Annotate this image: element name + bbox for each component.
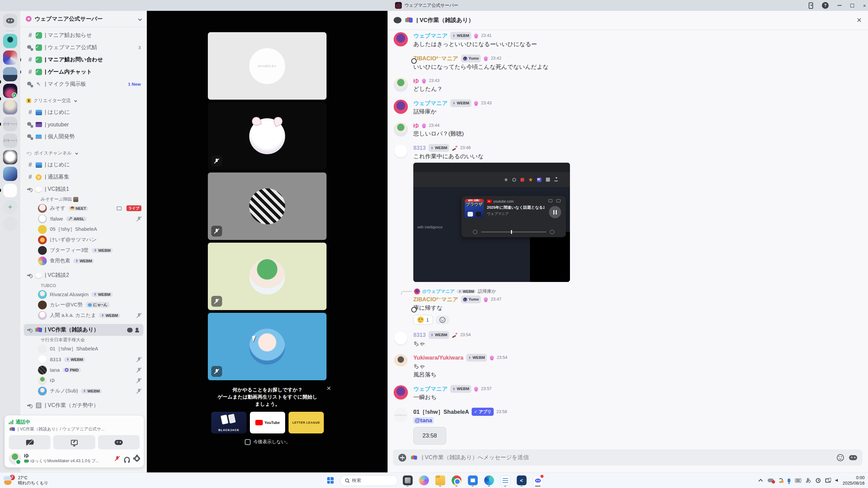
channel-indie-dev[interactable]: | 個人開発勢 bbox=[24, 131, 143, 143]
tray-expand-icon[interactable] bbox=[758, 479, 763, 483]
chat-message[interactable]: @ウェブマニアWEBM話帰庫か ZIBAClO²⁻マニアYume23:47 庫に… bbox=[388, 288, 868, 325]
taskbar-search[interactable]: 検索 bbox=[340, 475, 398, 486]
avatar[interactable] bbox=[394, 385, 408, 400]
voice-member[interactable]: 8313WEBM bbox=[20, 354, 147, 365]
taskbar-app-notepad[interactable] bbox=[499, 474, 512, 487]
author-name[interactable]: ZIBAClO²⁻マニア bbox=[413, 55, 458, 62]
server-icon[interactable] bbox=[3, 150, 17, 164]
server-icon[interactable] bbox=[3, 84, 17, 98]
mic-tray-icon[interactable] bbox=[788, 479, 790, 483]
taskbar-app-explorer[interactable] bbox=[434, 474, 447, 487]
voice-channel-vc-work-selected[interactable]: | VC作業（雑談あり） bbox=[24, 324, 143, 336]
headphones-button[interactable] bbox=[124, 457, 130, 462]
discord-home-button[interactable] bbox=[3, 14, 17, 28]
chat-message[interactable]: SHABELEA 01［!shw］ShabeleA✓アプリ23:58 @tana… bbox=[388, 407, 868, 445]
explore-servers-button[interactable] bbox=[3, 217, 17, 231]
category-voice[interactable]: ボイスチャンネル bbox=[24, 148, 143, 158]
voice-member[interactable]: 01［!shw］ShabeleA bbox=[20, 344, 147, 354]
category-creator[interactable]: クリエイター交流 bbox=[24, 96, 143, 106]
taskbar-app-copilot[interactable] bbox=[417, 474, 430, 487]
voice-member[interactable]: カレー@VC勢にゃ~ん bbox=[20, 300, 147, 310]
voice-member[interactable]: ゆ bbox=[20, 375, 147, 386]
video-tile[interactable] bbox=[208, 243, 327, 310]
channel-minecraft-board[interactable]: ↖| マイクラ掲示板1 New bbox=[24, 78, 143, 90]
channel-youtuber[interactable]: | youtuber bbox=[24, 119, 143, 130]
settings-gear-button[interactable] bbox=[134, 456, 140, 461]
chat-message[interactable]: 8313WEBM23:54 ちゃ bbox=[388, 330, 868, 348]
minimize-button[interactable] bbox=[837, 5, 842, 6]
close-icon[interactable]: ✕ bbox=[327, 385, 331, 392]
mic-mute-button[interactable] bbox=[115, 455, 120, 462]
voice-channel-vc-work2[interactable]: | VC作業（ガチ勢中） bbox=[24, 400, 143, 411]
server-icon[interactable] bbox=[3, 100, 17, 115]
author-name[interactable]: ゆ bbox=[413, 77, 419, 84]
author-name[interactable]: 8313 bbox=[413, 331, 426, 339]
cast-device-icon[interactable] bbox=[825, 479, 831, 483]
user-avatar[interactable] bbox=[9, 452, 21, 465]
author-name[interactable]: ウェブマニア bbox=[413, 385, 448, 392]
server-header[interactable]: ウェブマニア公式サーバー bbox=[20, 11, 147, 27]
add-server-button[interactable]: + bbox=[3, 200, 17, 214]
attach-plus-button[interactable] bbox=[398, 454, 406, 462]
server-icon[interactable]: のサーバ bbox=[3, 134, 17, 148]
taskbar-app-store[interactable] bbox=[466, 474, 479, 487]
focus-clock-icon[interactable] bbox=[816, 478, 821, 483]
taskbar-clock[interactable]: 0:002025/08/16 bbox=[843, 475, 865, 486]
ime-indicator[interactable]: あ bbox=[806, 477, 811, 484]
taskbar-app-discord[interactable] bbox=[531, 474, 544, 487]
chat-message[interactable]: ゆ23:44 悲しいロバ？(難聴) bbox=[388, 121, 868, 138]
sync-icon[interactable] bbox=[778, 478, 783, 483]
activity-thumbnail-blackjack[interactable]: BLACKJACK bbox=[211, 412, 246, 433]
avatar[interactable] bbox=[394, 144, 408, 159]
start-button[interactable] bbox=[324, 474, 337, 487]
taskbar-app-code[interactable]: < bbox=[515, 474, 528, 487]
avatar[interactable] bbox=[394, 331, 408, 346]
server-icon[interactable] bbox=[3, 183, 17, 198]
avatar[interactable] bbox=[394, 354, 408, 368]
voice-member[interactable]: ブターフィー3世WEBM bbox=[20, 245, 147, 256]
touch-keyboard-icon[interactable] bbox=[795, 479, 801, 483]
author-name[interactable]: 01［!shw］ShabeleA bbox=[413, 408, 469, 415]
camera-button[interactable] bbox=[9, 435, 51, 449]
weather-widget[interactable]: 7 27°C晴れのちくもり bbox=[3, 475, 48, 486]
activities-button[interactable] bbox=[98, 435, 140, 449]
channel-hajimeni-1[interactable]: #| はじめに bbox=[24, 106, 143, 118]
voice-member[interactable]: !falweARSL bbox=[20, 214, 147, 224]
avatar[interactable] bbox=[394, 32, 408, 46]
chat-message[interactable]: 8313WEBM23:46 これ作業中にあるのいいな W with intell… bbox=[388, 143, 868, 283]
members-icon[interactable] bbox=[135, 328, 141, 332]
avatar[interactable] bbox=[394, 78, 408, 92]
update-icon[interactable] bbox=[809, 2, 813, 9]
reply-reference[interactable]: @ウェブマニアWEBM話帰庫か bbox=[414, 288, 861, 294]
close-chat-icon[interactable]: ✕ bbox=[856, 16, 862, 24]
channel-hajimeni-2[interactable]: #| はじめに bbox=[24, 159, 143, 171]
emoji-picker-button[interactable] bbox=[837, 454, 844, 461]
video-tile[interactable] bbox=[208, 172, 327, 240]
channel-inquiry[interactable]: #✓| マニア鯖お問い合わせ bbox=[24, 54, 143, 66]
channel-ingame-chat[interactable]: #✓| ゲーム内チャット bbox=[24, 66, 143, 78]
voice-channel-vc1[interactable]: | VC雑談1 bbox=[24, 183, 143, 195]
channel-mania-news[interactable]: #✓| マニア鯖お知らせ bbox=[24, 29, 143, 41]
video-tile[interactable] bbox=[208, 102, 327, 170]
message-input[interactable]: | VC作業（雑談あり）へメッセージを送信 bbox=[393, 449, 863, 466]
chat-message[interactable]: ゆ23:43 どしたん？ bbox=[388, 77, 868, 94]
taskbar-app-photos[interactable] bbox=[401, 474, 414, 487]
chat-message[interactable]: ウェブマニアWEBM23:41 あしたはきっといいひになるーいいひになるー bbox=[388, 31, 868, 49]
voice-member[interactable]: Rivarzal AluwqimWEBM bbox=[20, 289, 147, 300]
author-name[interactable]: ゆ bbox=[413, 122, 419, 129]
chat-message[interactable]: ZIBAClO²⁻マニアYume23:42 いいひになってたら今頃こんな死んでな… bbox=[388, 54, 868, 72]
volume-icon[interactable] bbox=[835, 479, 838, 482]
chat-message[interactable]: ウェブマニアWEBM23:57 一瞬おち bbox=[388, 384, 868, 402]
voice-connected-status[interactable]: 通話中 bbox=[9, 419, 140, 425]
apps-button[interactable] bbox=[849, 455, 857, 460]
server-icon[interactable] bbox=[3, 167, 17, 181]
reaction-thinking[interactable]: 1 bbox=[413, 315, 433, 325]
voice-member[interactable]: けいず@サツマハン bbox=[20, 235, 147, 245]
taskbar-app-chrome[interactable] bbox=[450, 474, 463, 487]
author-name[interactable]: Yukiwara/Yukiwara bbox=[413, 354, 463, 361]
voice-member[interactable]: 食用色素WEBM bbox=[20, 256, 147, 266]
server-icon[interactable] bbox=[3, 34, 17, 48]
activity-thumbnail-letterleague[interactable]: LETTER LEAGUE bbox=[289, 412, 324, 433]
voice-member[interactable]: 05［!shy］ShabeleA bbox=[20, 224, 147, 235]
avatar[interactable]: SHABELEA bbox=[394, 408, 408, 422]
